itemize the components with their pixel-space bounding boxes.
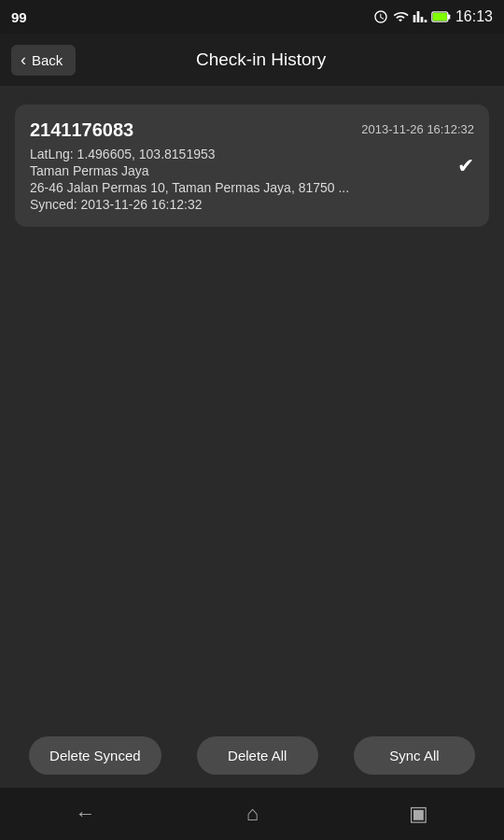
checkin-card[interactable]: 2141176083 2013-11-26 16:12:32 LatLng: 1… <box>15 105 489 227</box>
svg-rect-2 <box>433 13 447 21</box>
content-area: 2141176083 2013-11-26 16:12:32 LatLng: 1… <box>0 86 504 245</box>
delete-all-button[interactable]: Delete All <box>197 736 318 775</box>
nav-recents-icon[interactable]: ▣ <box>409 802 428 826</box>
nav-bar: ← ⌂ ▣ <box>0 788 504 840</box>
nav-back-icon[interactable]: ← <box>76 802 96 826</box>
checkin-id: 2141176083 <box>30 119 133 141</box>
checkin-datetime: 2013-11-26 16:12:32 <box>361 122 474 136</box>
back-arrow-icon: ‹ <box>21 50 26 70</box>
checkin-synced: Synced: 2013-11-26 16:12:32 <box>30 197 474 212</box>
synced-checkmark: ✔ <box>457 154 474 178</box>
delete-synced-button[interactable]: Delete Synced <box>29 736 161 775</box>
back-label: Back <box>32 52 63 68</box>
battery-icon <box>431 10 452 23</box>
nav-home-icon[interactable]: ⌂ <box>246 802 259 826</box>
card-header: 2141176083 2013-11-26 16:12:32 <box>30 119 474 141</box>
svg-rect-1 <box>448 14 451 19</box>
clock: 16:13 <box>455 8 493 25</box>
signal-strength: 99 <box>11 9 27 25</box>
checkin-address: 26-46 Jalan Permas 10, Taman Permas Jaya… <box>30 180 474 195</box>
alarm-icon <box>373 9 388 24</box>
wifi-icon <box>392 9 409 24</box>
page-title: Check-in History <box>85 49 437 70</box>
back-button[interactable]: ‹ Back <box>11 45 76 76</box>
sync-all-button[interactable]: Sync All <box>354 736 475 775</box>
checkin-location: Taman Permas Jaya <box>30 163 474 178</box>
signal-bars-icon <box>413 9 427 24</box>
bottom-bar: Delete Synced Delete All Sync All <box>0 722 504 788</box>
checkin-latlng: LatLng: 1.496605, 103.8151953 <box>30 147 474 161</box>
status-icons: 16:13 <box>373 8 493 25</box>
app-bar: ‹ Back Check-in History <box>0 34 504 86</box>
status-bar: 99 16:13 <box>0 0 504 34</box>
